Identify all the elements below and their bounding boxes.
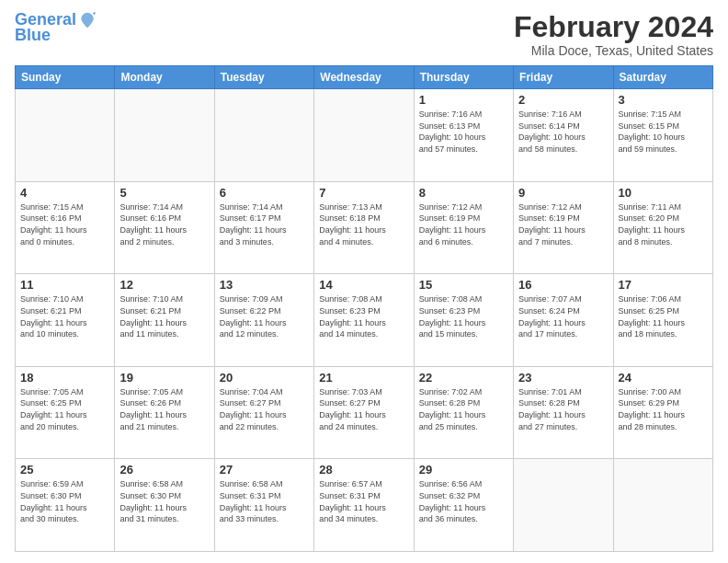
calendar-week-row: 25Sunrise: 6:59 AM Sunset: 6:30 PM Dayli… <box>16 459 713 552</box>
table-row: 17Sunrise: 7:06 AM Sunset: 6:25 PM Dayli… <box>613 274 712 367</box>
day-info: Sunrise: 6:57 AM Sunset: 6:31 PM Dayligh… <box>319 478 408 524</box>
day-info: Sunrise: 7:12 AM Sunset: 6:19 PM Dayligh… <box>518 201 608 247</box>
day-number: 19 <box>119 371 209 385</box>
table-row: 7Sunrise: 7:13 AM Sunset: 6:18 PM Daylig… <box>314 181 414 274</box>
day-info: Sunrise: 7:09 AM Sunset: 6:22 PM Dayligh… <box>220 293 309 339</box>
day-info: Sunrise: 7:05 AM Sunset: 6:26 PM Dayligh… <box>119 386 209 432</box>
calendar-header-row: Sunday Monday Tuesday Wednesday Thursday… <box>16 66 713 89</box>
day-info: Sunrise: 7:12 AM Sunset: 6:19 PM Dayligh… <box>419 201 508 247</box>
day-info: Sunrise: 6:59 AM Sunset: 6:30 PM Dayligh… <box>20 478 109 524</box>
table-row: 22Sunrise: 7:02 AM Sunset: 6:28 PM Dayli… <box>414 366 513 459</box>
calendar-subtitle: Mila Doce, Texas, United States <box>514 43 713 58</box>
table-row: 27Sunrise: 6:58 AM Sunset: 6:31 PM Dayli… <box>214 459 313 552</box>
table-row: 15Sunrise: 7:08 AM Sunset: 6:23 PM Dayli… <box>414 274 513 367</box>
day-number: 8 <box>419 186 508 200</box>
title-block: February 2024 Mila Doce, Texas, United S… <box>514 11 713 58</box>
table-row: 18Sunrise: 7:05 AM Sunset: 6:25 PM Dayli… <box>16 366 115 459</box>
day-info: Sunrise: 7:13 AM Sunset: 6:18 PM Dayligh… <box>319 201 408 247</box>
day-info: Sunrise: 7:00 AM Sunset: 6:29 PM Dayligh… <box>619 386 708 432</box>
table-row: 25Sunrise: 6:59 AM Sunset: 6:30 PM Dayli… <box>16 459 115 552</box>
table-row: 24Sunrise: 7:00 AM Sunset: 6:29 PM Dayli… <box>613 366 712 459</box>
table-row: 16Sunrise: 7:07 AM Sunset: 6:24 PM Dayli… <box>514 274 613 367</box>
calendar-week-row: 1Sunrise: 7:16 AM Sunset: 6:13 PM Daylig… <box>16 89 713 182</box>
table-row: 6Sunrise: 7:14 AM Sunset: 6:17 PM Daylig… <box>214 181 313 274</box>
table-row: 1Sunrise: 7:16 AM Sunset: 6:13 PM Daylig… <box>414 89 513 182</box>
table-row <box>16 89 115 182</box>
day-info: Sunrise: 7:06 AM Sunset: 6:25 PM Dayligh… <box>619 293 708 339</box>
day-number: 10 <box>619 186 708 200</box>
day-info: Sunrise: 6:58 AM Sunset: 6:30 PM Dayligh… <box>119 478 209 524</box>
table-row: 13Sunrise: 7:09 AM Sunset: 6:22 PM Dayli… <box>214 274 313 367</box>
day-info: Sunrise: 7:15 AM Sunset: 6:16 PM Dayligh… <box>20 201 109 247</box>
day-info: Sunrise: 7:14 AM Sunset: 6:16 PM Dayligh… <box>119 201 209 247</box>
day-number: 2 <box>518 93 608 107</box>
day-number: 20 <box>220 371 309 385</box>
calendar-table: Sunday Monday Tuesday Wednesday Thursday… <box>15 65 713 552</box>
table-row: 29Sunrise: 6:56 AM Sunset: 6:32 PM Dayli… <box>414 459 513 552</box>
day-info: Sunrise: 7:16 AM Sunset: 6:13 PM Dayligh… <box>419 109 508 155</box>
calendar-week-row: 11Sunrise: 7:10 AM Sunset: 6:21 PM Dayli… <box>16 274 713 367</box>
table-row <box>115 89 214 182</box>
page: General Blue February 2024 Mila Doce, Te… <box>0 0 728 563</box>
table-row: 23Sunrise: 7:01 AM Sunset: 6:28 PM Dayli… <box>514 366 613 459</box>
day-info: Sunrise: 6:58 AM Sunset: 6:31 PM Dayligh… <box>220 478 309 524</box>
day-number: 24 <box>619 371 708 385</box>
day-number: 28 <box>319 463 408 477</box>
col-tuesday: Tuesday <box>214 66 313 89</box>
day-info: Sunrise: 7:10 AM Sunset: 6:21 PM Dayligh… <box>20 293 109 339</box>
table-row <box>314 89 414 182</box>
day-number: 17 <box>619 278 708 292</box>
day-info: Sunrise: 7:04 AM Sunset: 6:27 PM Dayligh… <box>220 386 309 432</box>
day-number: 13 <box>220 278 309 292</box>
calendar-week-row: 18Sunrise: 7:05 AM Sunset: 6:25 PM Dayli… <box>16 366 713 459</box>
table-row: 20Sunrise: 7:04 AM Sunset: 6:27 PM Dayli… <box>214 366 313 459</box>
day-number: 26 <box>119 463 209 477</box>
day-number: 15 <box>419 278 508 292</box>
col-sunday: Sunday <box>16 66 115 89</box>
day-number: 21 <box>319 371 408 385</box>
day-info: Sunrise: 7:07 AM Sunset: 6:24 PM Dayligh… <box>518 293 608 339</box>
day-number: 27 <box>220 463 309 477</box>
day-number: 4 <box>20 186 109 200</box>
table-row: 19Sunrise: 7:05 AM Sunset: 6:26 PM Dayli… <box>115 366 214 459</box>
header: General Blue February 2024 Mila Doce, Te… <box>15 11 713 58</box>
calendar-week-row: 4Sunrise: 7:15 AM Sunset: 6:16 PM Daylig… <box>16 181 713 274</box>
table-row: 4Sunrise: 7:15 AM Sunset: 6:16 PM Daylig… <box>16 181 115 274</box>
table-row <box>514 459 613 552</box>
col-thursday: Thursday <box>414 66 513 89</box>
col-wednesday: Wednesday <box>314 66 414 89</box>
day-info: Sunrise: 7:14 AM Sunset: 6:17 PM Dayligh… <box>220 201 309 247</box>
day-info: Sunrise: 7:11 AM Sunset: 6:20 PM Dayligh… <box>619 201 708 247</box>
day-number: 25 <box>20 463 109 477</box>
table-row: 28Sunrise: 6:57 AM Sunset: 6:31 PM Dayli… <box>314 459 414 552</box>
day-info: Sunrise: 7:08 AM Sunset: 6:23 PM Dayligh… <box>419 293 508 339</box>
table-row: 12Sunrise: 7:10 AM Sunset: 6:21 PM Dayli… <box>115 274 214 367</box>
table-row <box>214 89 313 182</box>
table-row: 5Sunrise: 7:14 AM Sunset: 6:16 PM Daylig… <box>115 181 214 274</box>
day-number: 22 <box>419 371 508 385</box>
col-monday: Monday <box>115 66 214 89</box>
day-info: Sunrise: 7:01 AM Sunset: 6:28 PM Dayligh… <box>518 386 608 432</box>
day-info: Sunrise: 7:05 AM Sunset: 6:25 PM Dayligh… <box>20 386 109 432</box>
logo: General Blue <box>15 11 97 45</box>
col-saturday: Saturday <box>613 66 712 89</box>
day-number: 1 <box>419 93 508 107</box>
day-number: 7 <box>319 186 408 200</box>
day-number: 12 <box>119 278 209 292</box>
day-number: 29 <box>419 463 508 477</box>
table-row: 10Sunrise: 7:11 AM Sunset: 6:20 PM Dayli… <box>613 181 712 274</box>
day-number: 3 <box>619 93 708 107</box>
table-row: 2Sunrise: 7:16 AM Sunset: 6:14 PM Daylig… <box>514 89 613 182</box>
day-info: Sunrise: 7:10 AM Sunset: 6:21 PM Dayligh… <box>119 293 209 339</box>
table-row: 14Sunrise: 7:08 AM Sunset: 6:23 PM Dayli… <box>314 274 414 367</box>
table-row: 11Sunrise: 7:10 AM Sunset: 6:21 PM Dayli… <box>16 274 115 367</box>
table-row: 9Sunrise: 7:12 AM Sunset: 6:19 PM Daylig… <box>514 181 613 274</box>
col-friday: Friday <box>514 66 613 89</box>
day-info: Sunrise: 7:02 AM Sunset: 6:28 PM Dayligh… <box>419 386 508 432</box>
day-number: 5 <box>119 186 209 200</box>
table-row: 21Sunrise: 7:03 AM Sunset: 6:27 PM Dayli… <box>314 366 414 459</box>
calendar-title: February 2024 <box>514 11 713 43</box>
logo-icon <box>78 11 97 29</box>
day-number: 16 <box>518 278 608 292</box>
table-row <box>613 459 712 552</box>
